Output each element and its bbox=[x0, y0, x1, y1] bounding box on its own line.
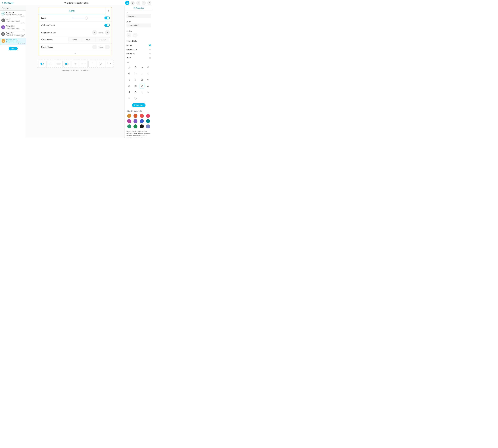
color-swatch[interactable] bbox=[127, 119, 131, 123]
tray-slider[interactable] bbox=[47, 61, 54, 67]
move-down-button[interactable] bbox=[127, 33, 131, 37]
tray-groupbutton[interactable] bbox=[63, 61, 71, 67]
icon-option[interactable] bbox=[133, 71, 138, 76]
svg-point-21 bbox=[134, 8, 135, 8]
tray-toggle[interactable] bbox=[38, 61, 46, 67]
color-swatch[interactable] bbox=[140, 125, 144, 128]
color-swatch[interactable] bbox=[127, 125, 131, 128]
tray-quickdial[interactable]: + bbox=[72, 61, 79, 67]
extension-item[interactable]: Lights & BlindsPanel (always visible) li… bbox=[0, 38, 26, 45]
back-button[interactable]: My Device bbox=[1, 2, 14, 4]
position-label: Position bbox=[127, 30, 151, 32]
widget-label: Blinds Manual bbox=[41, 46, 64, 48]
tray-button[interactable] bbox=[55, 61, 63, 67]
spinner-up[interactable] bbox=[105, 45, 110, 49]
visibility-option[interactable]: Only in call bbox=[125, 51, 153, 56]
extension-item[interactable]: PanelPanel (always visible) panel_2 bbox=[0, 17, 26, 24]
add-tab-button[interactable]: + bbox=[105, 7, 112, 14]
widget-row[interactable]: Projector Canvas Value bbox=[39, 29, 112, 36]
icon-option[interactable] bbox=[140, 84, 144, 88]
svg-point-12 bbox=[3, 27, 3, 27]
icon-option[interactable] bbox=[140, 78, 144, 82]
visibility-option[interactable]: Never bbox=[125, 56, 153, 60]
panel-tab[interactable]: Lights bbox=[39, 7, 105, 14]
gear-icon bbox=[133, 7, 135, 9]
panel-editor[interactable]: Lights + LightsProjector PowerProjector … bbox=[39, 7, 112, 56]
spinner-down[interactable] bbox=[92, 45, 97, 49]
add-widget-row[interactable]: + bbox=[39, 51, 112, 56]
extension-item[interactable]: www appsco.peWeb App (always visible) pa… bbox=[0, 11, 26, 17]
icon-option[interactable] bbox=[146, 65, 150, 70]
icon-option[interactable] bbox=[127, 96, 132, 101]
tray-directional[interactable] bbox=[97, 61, 104, 67]
icon-option[interactable] bbox=[127, 84, 132, 88]
upload-icon-button[interactable]: Upload Icon bbox=[132, 103, 146, 107]
icon-option[interactable] bbox=[127, 71, 132, 76]
icon-option[interactable] bbox=[133, 90, 138, 95]
visibility-label: Button visibility bbox=[127, 40, 151, 42]
tray-spinner[interactable] bbox=[80, 61, 88, 67]
new-extension-button[interactable]: New bbox=[9, 47, 17, 50]
segment-option[interactable]: Closed bbox=[96, 37, 110, 42]
id-input[interactable] bbox=[127, 14, 151, 18]
tray-hint: Drag widgets to the panel to add them bbox=[26, 69, 125, 71]
toggle[interactable] bbox=[104, 16, 110, 19]
export-button[interactable] bbox=[125, 1, 129, 5]
sidebar-heading: Extensions bbox=[0, 6, 26, 11]
icon-option[interactable] bbox=[146, 78, 150, 82]
extension-item[interactable]: Apple TVPanel (only visible out of call)… bbox=[0, 31, 26, 38]
icon-option[interactable] bbox=[127, 78, 132, 82]
svg-point-51 bbox=[147, 86, 148, 87]
preview-button[interactable] bbox=[131, 1, 135, 5]
properties-panel: Properties Id Name Position Button visib… bbox=[125, 6, 153, 138]
tray-text[interactable] bbox=[88, 61, 96, 67]
visibility-option[interactable]: Only out of call bbox=[125, 47, 153, 51]
icon-option[interactable] bbox=[133, 84, 138, 88]
segment-option[interactable]: 50/50 bbox=[82, 37, 96, 42]
visibility-option[interactable]: Always bbox=[125, 43, 153, 47]
icon-option[interactable] bbox=[140, 71, 144, 76]
spinner-up[interactable] bbox=[105, 30, 110, 35]
widget-row[interactable]: Blinds Manual Value bbox=[39, 43, 112, 51]
extension-item[interactable]: Philips HuePanel (always visible) Hue bbox=[0, 24, 26, 31]
segment-option[interactable]: Open bbox=[68, 37, 82, 42]
widget-tray: + bbox=[37, 60, 114, 68]
color-swatch[interactable] bbox=[146, 125, 150, 128]
widget-row[interactable]: Blind PresetsOpen50/50Closed bbox=[39, 36, 112, 43]
move-up-button[interactable] bbox=[133, 33, 138, 37]
icon-option[interactable] bbox=[140, 65, 144, 70]
icon-option[interactable] bbox=[133, 78, 138, 82]
icon-option[interactable] bbox=[146, 90, 150, 95]
icon-option[interactable] bbox=[146, 71, 150, 76]
color-swatch[interactable] bbox=[133, 114, 137, 118]
widget-row[interactable]: Lights bbox=[39, 14, 112, 21]
icon-option[interactable] bbox=[146, 84, 150, 88]
spinner-value: Value bbox=[98, 46, 104, 48]
color-swatch[interactable] bbox=[140, 119, 144, 123]
svg-point-57 bbox=[142, 93, 142, 93]
undo-button[interactable] bbox=[136, 1, 140, 5]
color-swatch[interactable] bbox=[146, 119, 150, 123]
color-swatch[interactable] bbox=[127, 114, 131, 118]
tray-spacer[interactable] bbox=[105, 61, 113, 67]
widget-row[interactable]: Projector Power bbox=[39, 21, 112, 29]
svg-point-59 bbox=[148, 92, 148, 93]
icon-option[interactable] bbox=[140, 90, 144, 95]
svg-rect-53 bbox=[129, 91, 130, 93]
icon-option[interactable] bbox=[133, 65, 138, 70]
color-swatch[interactable] bbox=[140, 114, 144, 118]
menu-button[interactable] bbox=[147, 1, 151, 5]
name-input[interactable] bbox=[127, 24, 151, 28]
color-swatch[interactable] bbox=[146, 114, 150, 118]
spinner-down[interactable] bbox=[92, 30, 97, 35]
redo-button[interactable] bbox=[142, 1, 146, 5]
icon-option[interactable] bbox=[133, 96, 138, 101]
icon-option[interactable] bbox=[127, 90, 132, 95]
color-swatch[interactable] bbox=[133, 119, 137, 123]
slider[interactable] bbox=[72, 17, 103, 19]
toggle[interactable] bbox=[104, 24, 110, 27]
color-swatch[interactable] bbox=[133, 125, 137, 128]
svg-point-0 bbox=[133, 3, 133, 3]
icon-option[interactable] bbox=[127, 65, 132, 70]
properties-tab[interactable]: Properties bbox=[125, 6, 153, 10]
